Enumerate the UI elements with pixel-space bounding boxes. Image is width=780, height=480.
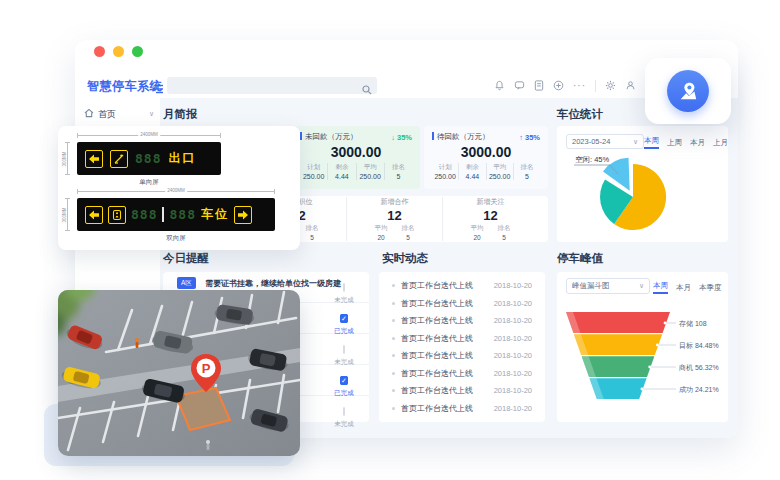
feed-item[interactable]: 首页工作台迭代上线2018-10-20: [379, 295, 545, 313]
mini-stat: 新增关注 12 平均20排名5: [442, 197, 538, 241]
arrow-right-icon: [234, 206, 252, 224]
led-digits: 888: [135, 151, 161, 166]
funnel-label-3: 商机 56.32%: [678, 364, 719, 372]
tab-this-quarter[interactable]: 本季度: [699, 283, 722, 293]
parking-period-tabs: 本周 上周 本月 上月: [644, 136, 728, 149]
document-icon[interactable]: [534, 80, 544, 91]
more-icon[interactable]: ···: [573, 82, 586, 90]
stat-card-title: 待回款（万元）: [432, 132, 490, 142]
led-divider: [162, 207, 164, 222]
parking-pie-chart: 空闲: 45%: [558, 152, 728, 242]
close-window-button[interactable]: [94, 46, 105, 57]
sidebar-item-label: 首页: [98, 108, 116, 121]
trend-up-badge: ↑ 35%: [519, 133, 540, 142]
maximize-window-button[interactable]: [132, 46, 143, 57]
parking-stats-title: 车位统计: [557, 107, 603, 122]
add-circle-icon[interactable]: [553, 80, 564, 91]
chevron-down-icon: ∨: [149, 110, 154, 118]
peak-funnel-chart: 存储 108 目标 84.48% 商机 56.32% 成功 24.21%: [558, 294, 728, 420]
checkbox-unchecked[interactable]: [343, 283, 345, 292]
trend-down-badge: ↓ 35%: [391, 133, 412, 142]
tab-last-month[interactable]: 上月: [713, 138, 728, 148]
reminder-text: 需要证书挂靠，继续给单位找一级房建: [205, 278, 341, 289]
feed-item[interactable]: 首页工作台迭代上线2018-10-20: [379, 400, 545, 418]
checkbox-checked[interactable]: ✓: [340, 376, 348, 385]
bullet-icon: [392, 407, 395, 410]
tab-this-month[interactable]: 本月: [676, 283, 691, 293]
stat-card-pending: 待回款（万元） ↑ 35% 3000.00 计划250.00 剩余4.44 平均…: [424, 126, 548, 189]
screen-caption: 双向屏: [77, 234, 275, 243]
sidebar-item-home[interactable]: 首页 ∨: [84, 105, 154, 123]
search-icon: [362, 81, 372, 99]
location-pin-icon: [677, 80, 699, 102]
tab-last-week[interactable]: 上周: [667, 138, 682, 148]
date-filter-value: 2023-05-24: [572, 137, 610, 146]
tab-this-week[interactable]: 本周: [644, 136, 659, 149]
stat-value: 3000.00: [432, 144, 540, 160]
minimize-window-button[interactable]: [113, 46, 124, 57]
svg-text:P: P: [202, 361, 211, 376]
stat-value: 3000.00: [300, 144, 412, 160]
feed-card: 首页工作台迭代上线2018-10-20 首页工作台迭代上线2018-10-20 …: [379, 272, 545, 422]
gear-icon[interactable]: [605, 80, 616, 91]
peak-period-tabs: 本周 本月 本季度: [653, 281, 722, 294]
bullet-icon: [392, 319, 395, 322]
funnel-layer-1[interactable]: [566, 312, 670, 333]
funnel-type-select[interactable]: 峰值漏斗图∨: [566, 278, 650, 294]
feed-item[interactable]: 首页工作台迭代上线2018-10-20: [379, 365, 545, 383]
stat-substats: 计划250.00 剩余4.44 平均250.00 排名5: [432, 163, 540, 180]
user-icon[interactable]: [625, 80, 636, 91]
bullet-icon: [392, 337, 395, 340]
led-screen-single: 888 出口: [77, 142, 221, 175]
feed-item[interactable]: 首页工作台迭代上线2018-10-20: [379, 382, 545, 400]
checkbox-unchecked[interactable]: [343, 345, 345, 354]
width-dimension-line: 2400MM: [77, 191, 275, 192]
zone-badge: A区: [177, 277, 196, 289]
arrow-left-icon: [85, 150, 103, 168]
led-digits-left: 888: [131, 207, 157, 222]
escalator-icon: [110, 150, 128, 168]
app-logo: 智慧停车系统: [87, 78, 162, 95]
parking-photo: P: [58, 290, 300, 456]
feed-item[interactable]: 首页工作台迭代上线2018-10-20: [379, 347, 545, 365]
reminders-title: 今日提醒: [163, 251, 209, 266]
bullet-icon: [392, 372, 395, 375]
arrow-left-icon: [85, 206, 103, 224]
search-input[interactable]: [167, 77, 377, 94]
bell-icon[interactable]: [494, 80, 505, 91]
status-label: 未完成: [331, 420, 357, 429]
navbar-icon-group: ···: [494, 77, 636, 94]
date-filter-select[interactable]: 2023-05-24∨: [566, 134, 644, 149]
bullet-icon: [392, 354, 395, 357]
tab-this-month[interactable]: 本月: [690, 138, 705, 148]
navbar-divider: [595, 80, 596, 92]
map-location-button[interactable]: [667, 70, 709, 112]
bullet-icon: [392, 302, 395, 305]
parking-space-label: 车位: [201, 206, 229, 223]
stat-card-unpaid: 未回款（万元） ↓ 35% 3000.00 计划250.00 剩余4.44 平均…: [292, 126, 420, 189]
feed-item[interactable]: 首页工作台迭代上线2018-10-20: [379, 312, 545, 330]
feed-item[interactable]: 首页工作台迭代上线2018-10-20: [379, 277, 545, 295]
bullet-icon: [392, 389, 395, 392]
title-bar-accent: [432, 132, 434, 140]
feed-title: 实时动态: [382, 251, 428, 266]
funnel-label-2: 目标 84.48%: [679, 342, 719, 350]
message-icon[interactable]: [514, 80, 525, 91]
checkbox-checked[interactable]: ✓: [340, 314, 348, 323]
tab-this-week[interactable]: 本周: [653, 281, 668, 294]
checkbox-unchecked[interactable]: [343, 407, 345, 416]
led-digits-right: 888: [169, 207, 195, 222]
home-icon: [84, 108, 94, 120]
map-shortcut-card: [645, 58, 731, 124]
peak-title: 停车峰值: [557, 251, 603, 266]
parking-scene: P: [58, 290, 300, 456]
title-bar-accent: [300, 132, 302, 140]
stat-card-title: 未回款（万元）: [300, 132, 358, 142]
width-dimension-line: 2400MM: [77, 135, 221, 136]
feed-item[interactable]: 首页工作台迭代上线2018-10-20: [379, 330, 545, 348]
height-dimension-line: 300MM: [67, 142, 68, 175]
pie-data-label: 空闲: 45%: [575, 155, 610, 164]
sidebar-collapse-icon[interactable]: [152, 80, 164, 98]
chevron-down-icon: ∨: [639, 282, 644, 290]
elevator-icon: [108, 206, 126, 224]
